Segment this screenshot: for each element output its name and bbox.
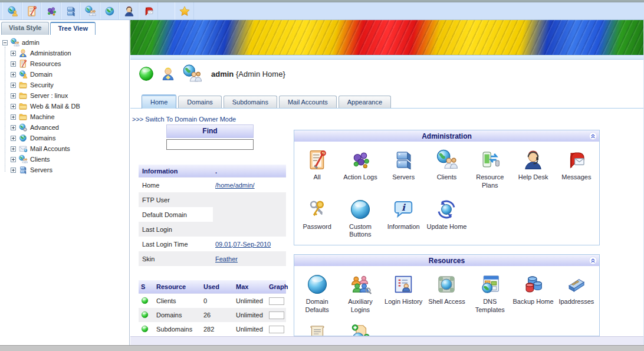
globe-person-icon bbox=[18, 70, 28, 79]
tree-item-administration[interactable]: Administration bbox=[11, 48, 129, 58]
launcher-doc-globe-plus[interactable] bbox=[339, 319, 382, 337]
resource-row-domains: Domains26Unlimited bbox=[139, 308, 286, 322]
tree-item-security[interactable]: Security bbox=[11, 80, 129, 90]
globe-users-icon bbox=[10, 38, 19, 47]
tree-item-server-linux[interactable]: Server : linux bbox=[11, 90, 129, 101]
expand-toggle[interactable] bbox=[11, 83, 16, 88]
tab-mail-accounts[interactable]: Mail Accounts bbox=[279, 96, 337, 109]
favorites-button[interactable] bbox=[175, 2, 194, 19]
find-title: Find bbox=[166, 124, 254, 138]
launcher-certificate[interactable] bbox=[295, 319, 339, 337]
shell-icon bbox=[435, 273, 458, 296]
page-title: admin {Admin Home} bbox=[211, 70, 285, 78]
quick-launch-toolbar bbox=[0, 2, 644, 20]
expand-toggle[interactable] bbox=[11, 114, 16, 120]
tree-item-web-mail-db[interactable]: Web & Mail & DB bbox=[11, 101, 129, 111]
info-label: Last Login Time bbox=[139, 237, 213, 251]
expand-toggle[interactable] bbox=[11, 61, 16, 67]
tree-item-label: Machine bbox=[30, 113, 55, 120]
launcher-auxiliary-logins[interactable]: Auxiliary Logins bbox=[339, 270, 382, 319]
info-row-last-login-time: Last Login Time09.01,07-Sep-2010 bbox=[139, 237, 286, 251]
launcher-domain-defaults[interactable]: Domain Defaults bbox=[295, 270, 339, 319]
launcher-custom-buttons[interactable]: Custom Buttons bbox=[339, 195, 382, 244]
launcher-password[interactable]: Password bbox=[295, 195, 339, 244]
tree-item-admin[interactable]: admin bbox=[2, 37, 129, 48]
expand-toggle[interactable] bbox=[11, 51, 16, 56]
banner-bottom-strip bbox=[130, 56, 643, 60]
info-value-link-home[interactable]: /home/admin/ bbox=[215, 182, 255, 189]
info-row-skin: SkinFeather bbox=[139, 251, 286, 266]
toolbar-button-clipboard-tools[interactable] bbox=[22, 2, 41, 19]
globe-users-icon bbox=[18, 155, 28, 164]
launcher-label: Servers bbox=[392, 173, 415, 182]
sidebar-tab-vista-style[interactable]: Vista Style bbox=[1, 22, 49, 35]
collapse-toggle[interactable] bbox=[2, 40, 8, 45]
toolbar-button-headset[interactable] bbox=[119, 2, 139, 19]
expand-toggle[interactable] bbox=[11, 157, 16, 162]
launcher-help-desk[interactable]: Help Desk bbox=[511, 145, 554, 195]
toolbar-button-globe-users[interactable] bbox=[80, 2, 100, 19]
resource-max: Unlimited bbox=[234, 326, 267, 333]
tab-domains[interactable]: Domains bbox=[178, 96, 221, 109]
launcher-all[interactable]: All bbox=[295, 145, 339, 195]
launcher-information[interactable]: iInformation bbox=[382, 195, 425, 244]
info-value-link-last-login-time[interactable]: 09.01,07-Sep-2010 bbox=[215, 241, 271, 248]
green-orb-icon bbox=[141, 311, 149, 319]
gears-icon bbox=[45, 5, 57, 17]
tree-item-label: Administration bbox=[30, 50, 71, 57]
collapse-panel-icon[interactable] bbox=[589, 132, 597, 140]
information-table: Information . Home/home/admin/FTP UserDe… bbox=[139, 165, 286, 266]
launcher-dns-templates[interactable]: DNS Templates bbox=[468, 270, 511, 319]
launcher-shell-access[interactable]: Shell Access bbox=[425, 270, 468, 319]
tree-item-domains[interactable]: Domains bbox=[11, 133, 129, 143]
switch-domain-owner-mode-link[interactable]: >>> Switch To Domain Owner Mode bbox=[132, 116, 236, 123]
tree-item-clients[interactable]: Clients bbox=[11, 154, 129, 165]
resource-row-subdomains: Subdomains282Unlimited bbox=[139, 322, 286, 336]
tree-item-machine[interactable]: Machine bbox=[11, 111, 129, 122]
tree-item-advanced[interactable]: Advanced bbox=[11, 122, 129, 133]
expand-toggle[interactable] bbox=[11, 136, 16, 141]
launcher-resource-plans[interactable]: Resource Plans bbox=[468, 145, 511, 195]
toolbar-button-servers[interactable] bbox=[61, 2, 80, 19]
tree-item-servers[interactable]: Servers bbox=[11, 165, 129, 175]
tree-item-resources[interactable]: Resources bbox=[11, 58, 129, 69]
collapse-panel-icon[interactable] bbox=[589, 256, 597, 265]
sidebar-tab-tree-view[interactable]: Tree View bbox=[50, 22, 96, 35]
tree-item-mail-accounts[interactable]: Mail Accounts bbox=[11, 143, 129, 154]
launcher-messages[interactable]: Messages bbox=[555, 145, 598, 195]
resource-header-max: Max bbox=[234, 283, 267, 290]
launcher-clients[interactable]: Clients bbox=[425, 145, 468, 195]
launcher-backup-home[interactable]: Backup Home bbox=[511, 270, 554, 319]
toolbar-button-mailbox[interactable] bbox=[139, 2, 158, 19]
info-label: Home bbox=[139, 178, 213, 192]
info-label: Skin bbox=[139, 251, 213, 266]
expand-toggle[interactable] bbox=[11, 146, 16, 152]
tree-item-domain[interactable]: Domain bbox=[11, 69, 129, 80]
launcher-ipaddresses[interactable]: Ipaddresses bbox=[555, 270, 598, 319]
expand-toggle[interactable] bbox=[11, 125, 16, 130]
resource-usage-table: SResourceUsedMaxGraphClients0UnlimitedDo… bbox=[139, 280, 286, 336]
expand-toggle[interactable] bbox=[11, 104, 16, 109]
info-label: FTP User bbox=[139, 192, 213, 207]
tab-appearance[interactable]: Appearance bbox=[339, 96, 391, 109]
find-input[interactable] bbox=[166, 139, 254, 150]
toolbar-button-gears[interactable] bbox=[41, 2, 61, 19]
tab-subdomains[interactable]: Subdomains bbox=[224, 96, 277, 109]
expand-toggle[interactable] bbox=[11, 72, 16, 77]
tab-home[interactable]: Home bbox=[142, 94, 176, 109]
expand-toggle[interactable] bbox=[11, 93, 16, 99]
expand-toggle[interactable] bbox=[11, 168, 16, 173]
info-value-link-skin[interactable]: Feather bbox=[215, 255, 238, 263]
green-orb-icon bbox=[141, 297, 149, 304]
green-orb-icon bbox=[141, 325, 149, 333]
launcher-action-logs[interactable]: Action Logs bbox=[339, 145, 382, 195]
launcher-update-home[interactable]: Update Home bbox=[425, 195, 468, 244]
panel-title: Administration bbox=[294, 132, 599, 140]
status-cell bbox=[139, 311, 154, 320]
launcher-servers[interactable]: Servers bbox=[382, 145, 425, 195]
resource-name: Domains bbox=[154, 311, 201, 319]
tree-item-label: Advanced bbox=[30, 124, 59, 131]
toolbar-button-globe[interactable] bbox=[100, 2, 119, 19]
toolbar-button-globe-person[interactable] bbox=[2, 2, 22, 19]
launcher-login-history[interactable]: Login History bbox=[382, 270, 425, 319]
